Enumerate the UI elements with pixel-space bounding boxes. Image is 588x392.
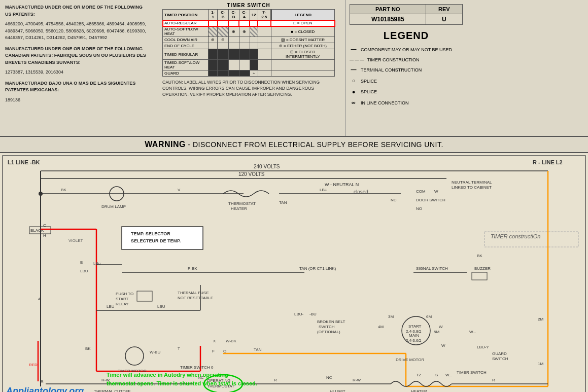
- svg-text:-BU: -BU: [309, 312, 317, 316]
- svg-text:NO: NO: [416, 206, 422, 211]
- warning-bar: WARNING - DISCONNECT FROM ELECTRICAL SUP…: [0, 137, 588, 153]
- svg-text:TAN: TAN: [279, 200, 287, 205]
- svg-text:X: X: [213, 339, 216, 343]
- warning-label: WARNING: [145, 140, 186, 149]
- wiring-svg: L1 LINE -BK R - LINE L2 240 VOLTS 120 VO…: [0, 153, 588, 392]
- legend-item-2: — — — TIMER CONSTRUCTION: [350, 56, 463, 64]
- svg-text:DRIVE MOTOR: DRIVE MOTOR: [396, 358, 425, 362]
- svg-text:HEATER: HEATER: [411, 389, 427, 392]
- svg-text:RED: RED: [29, 363, 38, 367]
- svg-text:SIGNAL SWITCH: SIGNAL SWITCH: [416, 266, 448, 271]
- svg-text:NEUTRAL TERMINAL: NEUTRAL TERMINAL: [452, 180, 492, 185]
- svg-text:2M: 2M: [538, 317, 543, 322]
- svg-text:L1 LINE -BK: L1 LINE -BK: [8, 159, 40, 165]
- us-patents-title: MANUFACTURED UNDER ONE OR MORE OF THE FO…: [5, 4, 147, 18]
- svg-text:4M: 4M: [378, 325, 384, 329]
- timer-switch-label: TIMER SWITCH: [227, 3, 270, 8]
- svg-text:(OPTIONAL): (OPTIONAL): [317, 330, 340, 334]
- bottom-note: Timer will advance in Autodry when opera…: [107, 371, 257, 387]
- svg-text:THERMAL FUSE: THERMAL FUSE: [178, 291, 209, 295]
- svg-text:LINKED TO CABINET: LINKED TO CABINET: [452, 185, 492, 190]
- svg-text:W - NEUTRAL N: W - NEUTRAL N: [325, 182, 359, 187]
- svg-text:LBU: LBU: [320, 188, 328, 192]
- svg-text:A: A: [38, 297, 41, 301]
- caution-text: CAUTION: LABEL ALL WIRES PRIOR TO DISCON…: [162, 80, 335, 98]
- svg-text:BROKEN BELT: BROKEN BELT: [317, 319, 345, 324]
- svg-text:TAN (OR CT1 LINK): TAN (OR CT1 LINK): [299, 266, 336, 271]
- svg-text:BK: BK: [477, 254, 482, 258]
- svg-text:TAN: TAN: [254, 347, 262, 352]
- svg-text:TEMP. SELECTOR: TEMP. SELECTOR: [131, 231, 170, 236]
- svg-text:MAIN: MAIN: [409, 333, 419, 338]
- svg-text:R - LINE L2: R - LINE L2: [533, 159, 563, 165]
- svg-text:SWITCH: SWITCH: [319, 325, 335, 329]
- svg-text:P-BK: P-BK: [188, 266, 197, 271]
- mexican-patents-title: MANUFACTURADO BAJO UNA O MAS DE LAS SIGU…: [5, 80, 147, 94]
- svg-text:W: W: [441, 343, 445, 348]
- svg-text:5M: 5M: [434, 330, 439, 334]
- svg-text:W: W: [434, 189, 438, 194]
- top-section: MANUFACTURED UNDER ONE OR MORE OF THE FO…: [0, 0, 588, 137]
- timer-table-section: TIMER SWITCH TIMER POSITION 1-1 C-B C-B …: [152, 0, 345, 136]
- svg-text:LBU-: LBU-: [294, 312, 304, 316]
- end-cycle-row: END OF CYCLE ⊕ = EITHER (NOT BOTH): [163, 43, 335, 49]
- svg-text:BUZZER: BUZZER: [474, 266, 491, 271]
- rev-header: REV: [426, 5, 463, 14]
- svg-text:F: F: [212, 349, 215, 353]
- canadian-patents-numbers: 1273387, 1315539, 2016304: [5, 69, 147, 76]
- legend-item-1: — COMPONENT MAY OR MAY NOT BE USED: [350, 45, 463, 55]
- svg-text:S: S: [435, 373, 438, 377]
- svg-text:C: C: [43, 223, 46, 228]
- svg-text:HEATER: HEATER: [231, 206, 247, 211]
- part-legend-section: PART NO REV W10185985 U LEGEND — COMPONE…: [345, 0, 467, 136]
- svg-text:W...: W...: [445, 373, 453, 377]
- svg-text:R: R: [41, 379, 44, 384]
- position-header: TIMER POSITION: [163, 10, 209, 20]
- svg-text:O: O: [223, 349, 226, 353]
- rev-value: U: [426, 14, 463, 25]
- us-patents-numbers: 4669200, 4700495, 4754556, 4840285, 4865…: [5, 21, 147, 42]
- part-number-table: PART NO REV W10185985 U: [350, 4, 463, 25]
- svg-text:W: W: [439, 325, 443, 329]
- legend-title: LEGEND: [350, 30, 463, 42]
- svg-text:COM: COM: [416, 189, 426, 194]
- bottom-note-line2: thermostat opens. Timer is shunted when …: [107, 379, 257, 388]
- canadian-patents-title: MANUFACTURED UNDER ONE OR MORE OF THE FO…: [5, 46, 147, 66]
- guard-row: GUARD +: [163, 70, 335, 77]
- svg-text:LBU: LBU: [157, 304, 165, 309]
- svg-text:PUSH TO: PUSH TO: [116, 292, 133, 296]
- legend-item-3: — TERMINAL CONSTRUCTION: [350, 65, 463, 75]
- svg-text:BK: BK: [85, 346, 91, 351]
- main-container: MANUFACTURED UNDER ONE OR MORE OF THE FO…: [0, 0, 588, 392]
- svg-point-15: [39, 192, 43, 196]
- svg-text:T2: T2: [416, 373, 421, 377]
- timed-regular-row: TIMED-REGULAR ⊞ = CLOSED INTERMITTENTLY: [163, 49, 335, 60]
- svg-text:GUARD: GUARD: [492, 351, 507, 356]
- svg-text:TIMER SWITCH 0: TIMER SWITCH 0: [180, 365, 214, 370]
- auto-regular-row: AUTO-REGULAR □ = OPEN: [163, 20, 335, 26]
- svg-text:1M: 1M: [538, 362, 543, 366]
- timer-switch-table: TIMER POSITION 1-1 C-B C-B C-A 12 7-2.5 …: [162, 9, 335, 77]
- svg-text:START: START: [408, 324, 422, 329]
- svg-text:SWITCH: SWITCH: [492, 357, 508, 361]
- svg-text:START: START: [116, 297, 129, 301]
- svg-text:NC: NC: [391, 198, 397, 202]
- svg-text:B: B: [80, 260, 83, 265]
- legend-item-5: ● SPLICE: [350, 87, 463, 97]
- svg-text:W-BK: W-BK: [226, 339, 236, 343]
- svg-text:DRUM LAMP: DRUM LAMP: [101, 204, 126, 209]
- svg-text:240 VOLTS: 240 VOLTS: [254, 164, 280, 169]
- svg-text:SELECTEUR DE TEMP.: SELECTEUR DE TEMP.: [131, 238, 181, 243]
- auto-soft-row: AUTO-SOFT/LOW HEAT ⊕ ⊕ ■ = CLOSED: [163, 26, 335, 37]
- svg-text:BK: BK: [61, 188, 66, 192]
- patents-section: MANUFACTURED UNDER ONE OR MORE OF THE FO…: [0, 0, 152, 136]
- svg-text:W-BU: W-BU: [150, 350, 160, 354]
- svg-text:2.4·3.6Ω: 2.4·3.6Ω: [406, 338, 421, 343]
- svg-text:THERMOSTAT: THERMOSTAT: [228, 201, 256, 206]
- svg-text:R: R: [492, 378, 495, 382]
- svg-text:DOOR SWITCH: DOOR SWITCH: [416, 198, 445, 202]
- part-no-header: PART NO: [350, 5, 426, 14]
- svg-text:TiMER constructiOn: TiMER constructiOn: [491, 233, 540, 239]
- svg-text:LBU: LBU: [107, 304, 115, 309]
- svg-text:H: H: [43, 233, 46, 238]
